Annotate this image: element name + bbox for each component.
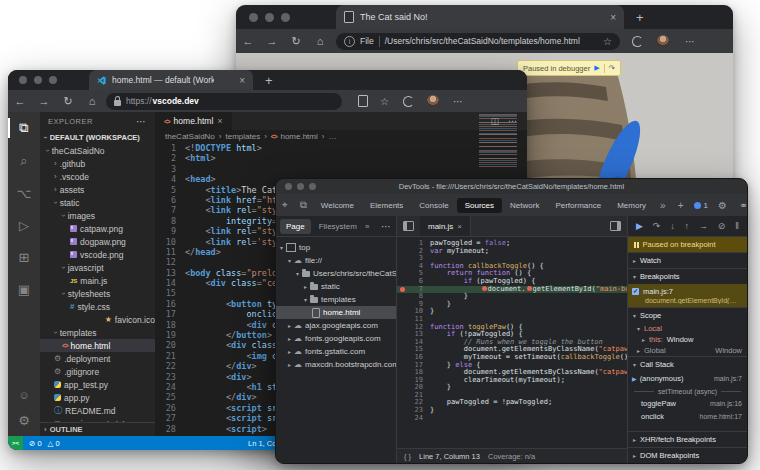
minimap[interactable] [479,114,517,168]
file-tab-main-js[interactable]: main.js × [420,216,471,236]
settings-gear-icon[interactable]: ⚙ [18,413,30,428]
browser-menu-icon[interactable]: ⋯ [453,96,464,107]
page-tree-item-templates[interactable]: ▾templates [276,293,396,306]
account-icon[interactable]: ☺ [18,389,30,401]
section-xhr-breakpoints[interactable]: ▸ XHR/fetch Breakpoints [628,431,747,447]
source-line[interactable]: 24 [397,415,627,423]
close-editor-tab-icon[interactable]: × [217,116,222,126]
source-code-view[interactable]: 1pawToggled = false;2var myTimeout;34fun… [397,237,627,448]
close-tab-icon[interactable]: × [610,12,616,23]
tree-item--deployment[interactable]: ⚙.deployment [40,352,155,365]
section-scope[interactable]: ▾ Scope [628,307,747,323]
breadcrumb[interactable]: theCatSaidNo› templates› <> home.html› … [155,130,527,143]
source-line[interactable]: 10} [397,308,627,316]
navigator-more-icon[interactable]: ⋯ [381,221,392,232]
resume-script-icon[interactable]: ▶ [594,64,599,72]
problems-indicator[interactable]: ⊘ 0 △ 0 [23,439,60,448]
code-line[interactable]: 1<!DOCTYPE html> [155,143,527,153]
section-breakpoints[interactable]: ▾ Breakpoints [628,268,747,284]
show-debugger-icon[interactable] [610,221,621,231]
run-debug-icon[interactable]: ▷ [8,218,40,233]
tree-item-static[interactable]: ›static [40,196,155,209]
add-panel-icon[interactable]: + [672,200,690,211]
tree-item-images[interactable]: ›images [40,209,155,222]
tree-item-home-html[interactable]: <>home.html [40,339,155,352]
issues-badge[interactable]: 1 [694,201,708,210]
page-tree-item-users-chris-src-thecatsaidno[interactable]: ▾Users/chris/src/theCatSaidNo [276,267,396,280]
line-number[interactable]: 24 [397,415,423,423]
tree-item--gitignore[interactable]: ⚙.gitignore [40,365,155,378]
devtools-tab-console[interactable]: Console [411,198,456,213]
link-icon[interactable]: ⚭ [733,200,748,211]
step-out-icon[interactable]: ↑ [685,221,690,231]
close-window-icon[interactable] [249,13,258,22]
scope-local-row[interactable]: ▾ Local [628,323,747,334]
forward-icon[interactable]: → [32,95,56,107]
tree-item-thecatsaidno[interactable]: ›theCatSaidNo [40,144,155,157]
tree-item-readme-md[interactable]: ⓘREADME.md [40,404,155,417]
deactivate-breakpoints-icon[interactable]: ⊘ [718,221,726,231]
tree-item-stylesheets[interactable]: ›stylesheets [40,287,155,300]
workspace-section[interactable]: › DEFAULT (WORKSPACE) [40,130,155,144]
editor-tab-home-html[interactable]: <> home.html × [155,112,232,130]
devtools-settings-icon[interactable]: ⚙ [712,200,733,211]
close-file-tab-icon[interactable]: × [457,222,462,231]
browser-tab[interactable]: home.html — default (Worksp × [89,70,253,90]
favorite-star-icon[interactable]: ☆ [603,36,612,47]
devtools-tab-performance[interactable]: Performance [547,198,609,213]
breadcrumb-item[interactable]: theCatSaidNo [165,132,215,141]
page-tree-item-static[interactable]: ▸static [276,280,396,293]
back-icon[interactable]: ← [8,95,32,107]
section-watch[interactable]: ▸ Watch [628,252,747,268]
more-navigator-tabs-icon[interactable]: » [365,222,369,231]
source-control-icon[interactable]: ⌥ [8,186,40,201]
page-tree-item-maxcdn-bootstrapcdn-com[interactable]: ▸☁maxcdn.bootstrapcdn.com [276,358,396,371]
source-line[interactable]: 20 } [397,384,627,392]
stack-frame--anonymous-[interactable]: ▶(anonymous)main.js:7 [628,372,747,385]
zoom-window-icon[interactable] [49,76,57,84]
stack-frame-onclick[interactable]: onclickhome.html:17 [628,410,747,423]
explorer-icon[interactable]: ⧉ [8,120,40,136]
browser-menu-icon[interactable]: ⋯ [685,36,696,47]
step-over-icon[interactable]: ↷ [653,221,661,231]
breakpoint-entry[interactable]: ✓ main.js:7 document.getElementById(… [628,284,747,307]
inline-breakpoint-icon[interactable] [527,286,532,291]
pretty-print-icon[interactable]: { } [404,452,411,461]
address-bar[interactable]: https://vscode.dev [106,93,342,110]
more-tabs-icon[interactable]: » [654,200,672,211]
tree-item-javascript[interactable]: ›javascript [40,261,155,274]
profile-avatar[interactable] [427,95,439,107]
source-line[interactable]: 23} [397,407,627,415]
minimize-window-icon[interactable] [34,76,42,84]
tree-item--vscode[interactable]: ›.vscode [40,170,155,183]
devtools-tab-sources[interactable]: Sources [457,198,502,213]
pause-on-exceptions-icon[interactable]: ‖ [735,221,739,231]
page-icon[interactable] [358,95,368,107]
info-icon[interactable]: i [344,36,355,47]
inline-breakpoint-icon[interactable] [482,286,487,291]
devtools-tab-memory[interactable]: Memory [609,198,654,213]
explorer-more-icon[interactable]: ⋯ [136,116,147,127]
tree-item-assets[interactable]: ›assets [40,183,155,196]
tree-item-dogpaw-png[interactable]: dogpaw.png [40,235,155,248]
device-toolbar-icon[interactable]: ⧉ [294,199,313,211]
reload-icon[interactable]: ↻ [56,95,80,108]
section-call-stack[interactable]: ▾ Call Stack [628,356,747,372]
code-line[interactable]: 3 [155,164,527,174]
page-tree-item-ajax-googleapis-com[interactable]: ▸☁ajax.googleapis.com [276,319,396,332]
devtools-tab-network[interactable]: Network [502,198,547,213]
tree-item-vscode-png[interactable]: vscode.png [40,248,155,261]
breadcrumb-item[interactable]: home.html [280,132,317,141]
tree-item-catpaw-png[interactable]: catpaw.png [40,222,155,235]
tree-item--github[interactable]: ›.github [40,157,155,170]
breadcrumb-item[interactable]: templates [225,132,260,141]
close-tab-icon[interactable]: × [239,75,245,86]
zoom-window-icon[interactable] [281,13,290,22]
page-tree-item-fonts-gstatic-com[interactable]: ▸☁fonts.gstatic.com [276,345,396,358]
search-icon[interactable]: ⌕ [8,153,40,169]
scope-this-row[interactable]: ▸ this: Window [628,334,747,345]
profile-avatar[interactable] [657,35,669,47]
forward-icon[interactable]: → [260,35,284,47]
tree-item-templates[interactable]: ›templates [40,326,155,339]
tree-item-favicon-ico[interactable]: ★favicon.ico [40,313,155,326]
